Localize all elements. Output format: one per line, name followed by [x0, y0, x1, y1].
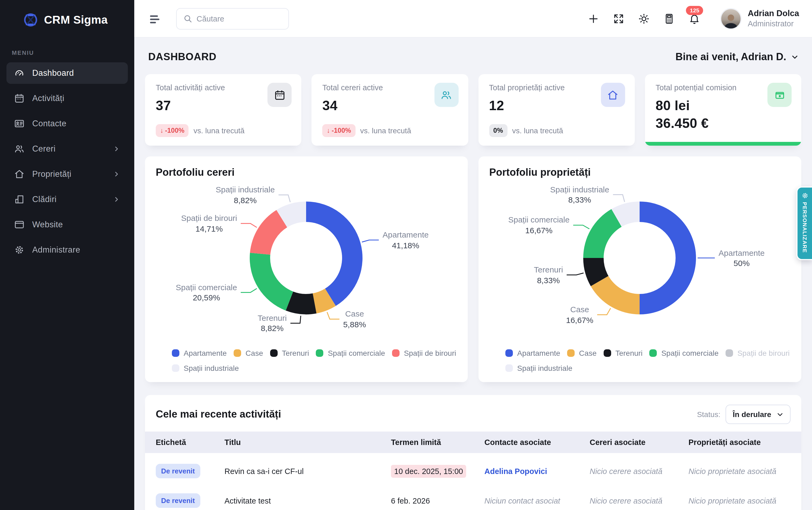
- legend-item[interactable]: Spații industriale: [172, 364, 239, 372]
- vs-last-month-label: vs. luna trecută: [360, 126, 411, 135]
- stat-card: Total proprietăți active120%vs. luna tre…: [478, 74, 635, 146]
- gear-icon: [14, 245, 25, 255]
- legend-label: Terenuri: [282, 349, 309, 358]
- stat-card: Total cereri active34↓ -100%vs. luna tre…: [312, 74, 468, 146]
- chevron-down-icon: [777, 411, 784, 418]
- legend-swatch: [172, 364, 179, 372]
- avatar: [720, 8, 742, 29]
- vs-last-month-label: vs. luna trecută: [193, 126, 245, 135]
- legend-item[interactable]: Spații comerciale: [650, 349, 719, 358]
- legend-item[interactable]: Case: [234, 349, 263, 358]
- legend-item[interactable]: Apartamente: [505, 349, 560, 358]
- label-leader-line: [613, 195, 625, 202]
- legend-item[interactable]: Spații industriale: [505, 364, 572, 372]
- sidebar-item-label: Dashboard: [32, 68, 120, 78]
- legend-swatch: [725, 349, 733, 357]
- users-icon: [434, 83, 458, 107]
- menu-toggle-icon[interactable]: [149, 13, 161, 24]
- progress-bar: [645, 142, 802, 146]
- legend-label: Case: [245, 349, 263, 358]
- chevron-right-icon: [113, 196, 120, 203]
- user-name: Adrian Dolca: [748, 8, 799, 19]
- legend-swatch: [316, 349, 324, 357]
- legend-label: Spații comerciale: [328, 349, 385, 358]
- chevron-right-icon: [113, 170, 120, 178]
- chart-legend: ApartamenteCaseTerenuriSpații comerciale…: [156, 347, 457, 373]
- sidebar-item-label: Activități: [32, 93, 120, 103]
- legend-item[interactable]: Terenuri: [270, 349, 309, 358]
- segment-label: Spații comerciale16,67%: [508, 215, 570, 236]
- legend-swatch: [650, 349, 657, 357]
- legend-label: Case: [579, 349, 596, 358]
- theme-sun-icon[interactable]: [638, 12, 650, 24]
- label-leader-line: [362, 240, 379, 242]
- gear-icon: [801, 192, 809, 199]
- table-header: EtichetăTitluTermen limităContacte asoci…: [145, 431, 801, 453]
- calendar-icon: [14, 93, 25, 104]
- sidebar-item-dashboard[interactable]: Dashboard: [6, 62, 128, 84]
- chevron-right-icon: [113, 145, 120, 152]
- donut-segment[interactable]: [250, 253, 293, 311]
- sidebar: CRM Sigma MENIU DashboardActivitățiConta…: [0, 0, 134, 510]
- arrow-down-icon: ↓: [327, 127, 330, 134]
- sidebar-item-cereri[interactable]: Cereri: [6, 138, 128, 160]
- associated-request: Nicio cerere asociată: [590, 496, 689, 505]
- stat-card: Total activități active37↓ -100%vs. luna…: [145, 74, 302, 146]
- welcome-text: Bine ai venit, Adrian D.: [675, 51, 786, 63]
- legend-item[interactable]: Spații comerciale: [316, 349, 385, 358]
- legend-swatch: [567, 349, 575, 357]
- gauge-icon: [14, 68, 25, 79]
- user-menu[interactable]: Adrian Dolca Administrator: [720, 8, 799, 29]
- personalize-tab[interactable]: PERSONALIZARE: [796, 187, 812, 260]
- legend-label: Apartamente: [517, 349, 560, 358]
- label-leader-line: [290, 316, 301, 323]
- legend-item[interactable]: Terenuri: [604, 349, 642, 358]
- label-badge: De revenit: [156, 493, 200, 508]
- table-row[interactable]: De revenitRevin ca sa-i cer CF-ul10 dec.…: [145, 456, 801, 486]
- users-icon: [14, 143, 25, 154]
- label-leader-line: [597, 308, 611, 315]
- legend-item[interactable]: Case: [567, 349, 596, 358]
- dashboard-content: DASHBOARD Bine ai venit, Adrian D. Total…: [134, 38, 812, 510]
- add-icon[interactable]: [588, 12, 600, 24]
- legend-swatch: [505, 364, 513, 372]
- table-row[interactable]: De revenitActivitate test6 feb. 2026Nici…: [145, 486, 801, 510]
- activity-title: Revin ca sa-i cer CF-ul: [224, 467, 391, 475]
- chart-card: Portofoliu cereriApartamente41,18%Case5,…: [145, 157, 468, 382]
- crm-dashboard-app: CRM Sigma MENIU DashboardActivitățiConta…: [0, 0, 812, 510]
- associated-property: Nicio proprietate asociată: [689, 496, 801, 505]
- sidebar-item-label: Website: [32, 220, 120, 229]
- calculator-icon[interactable]: [663, 12, 675, 24]
- sidebar-item-label: Contacte: [32, 119, 120, 129]
- legend-label: Spații de birouri: [404, 349, 456, 358]
- label-leader-line: [241, 224, 257, 228]
- notifications-bell-icon[interactable]: 125: [689, 12, 700, 24]
- search-input[interactable]: [197, 14, 277, 23]
- column-header: Etichetă: [156, 438, 224, 447]
- sidebar-item-proprieti[interactable]: Proprietăți: [6, 163, 128, 185]
- segment-label: Terenuri8,33%: [534, 264, 563, 285]
- legend-item[interactable]: Spații de birouri: [392, 349, 456, 358]
- legend-label: Apartamente: [184, 349, 227, 358]
- donut-segment[interactable]: [640, 201, 696, 314]
- segment-label: Apartamente50%: [719, 248, 765, 268]
- fullscreen-icon[interactable]: [613, 12, 625, 24]
- status-select[interactable]: În derulare: [726, 405, 790, 424]
- sidebar-item-administrare[interactable]: Administrare: [6, 239, 128, 261]
- associated-request: Nicio cerere asociată: [590, 467, 689, 475]
- app-logo[interactable]: CRM Sigma: [0, 0, 134, 36]
- sidebar-item-cldiri[interactable]: Clădiri: [6, 189, 128, 210]
- trend-pill: ↓ -100%: [323, 124, 356, 137]
- browser-icon: [14, 219, 25, 230]
- legend-item[interactable]: Apartamente: [172, 349, 227, 358]
- sidebar-item-contacte[interactable]: Contacte: [6, 113, 128, 134]
- welcome-dropdown[interactable]: Bine ai venit, Adrian D.: [675, 51, 799, 63]
- search-box[interactable]: [176, 8, 289, 29]
- chevron-down-icon: [790, 53, 799, 61]
- donut-segment[interactable]: [306, 201, 362, 306]
- legend-item[interactable]: Spații de birouri: [725, 349, 790, 358]
- sidebar-item-activiti[interactable]: Activități: [6, 88, 128, 109]
- sidebar-item-website[interactable]: Website: [6, 214, 128, 235]
- associated-contact[interactable]: Adelina Popovici: [484, 467, 590, 475]
- sidebar-nav: DashboardActivitățiContacteCereriProprie…: [0, 62, 134, 261]
